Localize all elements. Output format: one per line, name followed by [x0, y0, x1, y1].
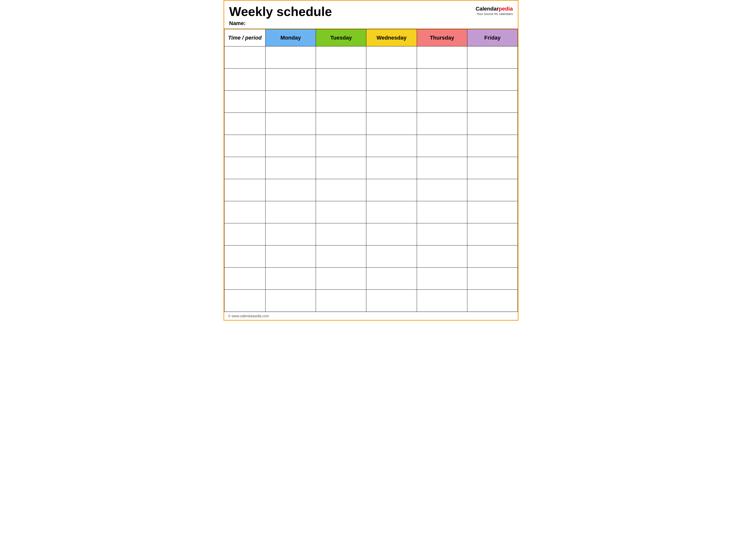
table-cell-5-0[interactable]	[224, 157, 266, 179]
table-cell-2-1[interactable]	[266, 91, 316, 113]
table-row	[224, 179, 518, 201]
table-cell-10-2[interactable]	[316, 268, 366, 290]
table-cell-0-1[interactable]	[266, 46, 316, 68]
table-cell-5-3[interactable]	[366, 157, 417, 179]
table-cell-8-1[interactable]	[266, 223, 316, 245]
logo-area: Calendarpedia Your source for calendars	[475, 5, 513, 16]
table-cell-4-3[interactable]	[366, 135, 417, 157]
table-cell-5-2[interactable]	[316, 157, 366, 179]
table-cell-3-4[interactable]	[417, 113, 467, 135]
table-cell-0-5[interactable]	[467, 46, 518, 68]
table-cell-3-2[interactable]	[316, 113, 366, 135]
table-cell-10-5[interactable]	[467, 268, 518, 290]
table-cell-8-2[interactable]	[316, 223, 366, 245]
table-cell-1-3[interactable]	[366, 68, 417, 91]
table-cell-2-3[interactable]	[366, 91, 417, 113]
table-cell-6-3[interactable]	[366, 179, 417, 201]
footer-url: © www.calendarpedia.com	[228, 314, 269, 318]
table-cell-10-1[interactable]	[266, 268, 316, 290]
table-cell-10-0[interactable]	[224, 268, 266, 290]
table-header-row: Time / period Monday Tuesday Wednesday T…	[224, 29, 518, 46]
table-cell-2-0[interactable]	[224, 91, 266, 113]
schedule-body	[224, 46, 518, 312]
table-cell-1-1[interactable]	[266, 68, 316, 91]
table-cell-9-2[interactable]	[316, 245, 366, 268]
header-left: Weekly schedule Name:	[229, 5, 332, 26]
table-cell-6-1[interactable]	[266, 179, 316, 201]
table-cell-1-2[interactable]	[316, 68, 366, 91]
table-cell-6-5[interactable]	[467, 179, 518, 201]
table-cell-11-0[interactable]	[224, 290, 266, 312]
table-cell-8-4[interactable]	[417, 223, 467, 245]
table-cell-1-0[interactable]	[224, 68, 266, 91]
logo-calendar: Calendar	[475, 6, 498, 12]
table-cell-5-4[interactable]	[417, 157, 467, 179]
table-cell-3-1[interactable]	[266, 113, 316, 135]
logo-pedia: pedia	[499, 6, 513, 12]
page-title: Weekly schedule	[229, 5, 332, 19]
table-cell-9-1[interactable]	[266, 245, 316, 268]
table-cell-10-4[interactable]	[417, 268, 467, 290]
logo-tagline: Your source for calendars	[476, 12, 513, 16]
table-cell-3-0[interactable]	[224, 113, 266, 135]
table-cell-9-3[interactable]	[366, 245, 417, 268]
table-cell-2-2[interactable]	[316, 91, 366, 113]
table-cell-9-5[interactable]	[467, 245, 518, 268]
table-cell-6-0[interactable]	[224, 179, 266, 201]
table-cell-6-4[interactable]	[417, 179, 467, 201]
table-cell-2-5[interactable]	[467, 91, 518, 113]
table-cell-0-0[interactable]	[224, 46, 266, 68]
table-cell-11-2[interactable]	[316, 290, 366, 312]
table-cell-3-5[interactable]	[467, 113, 518, 135]
table-cell-0-3[interactable]	[366, 46, 417, 68]
table-cell-7-2[interactable]	[316, 201, 366, 223]
table-row	[224, 201, 518, 223]
table-cell-5-1[interactable]	[266, 157, 316, 179]
table-cell-11-4[interactable]	[417, 290, 467, 312]
table-cell-7-5[interactable]	[467, 201, 518, 223]
page-container: Weekly schedule Name: Calendarpedia Your…	[223, 0, 519, 321]
table-cell-4-1[interactable]	[266, 135, 316, 157]
table-cell-3-3[interactable]	[366, 113, 417, 135]
table-cell-6-2[interactable]	[316, 179, 366, 201]
table-row	[224, 223, 518, 245]
table-row	[224, 157, 518, 179]
page-header: Weekly schedule Name: Calendarpedia Your…	[224, 1, 518, 29]
col-header-tuesday: Tuesday	[316, 29, 366, 46]
table-cell-5-5[interactable]	[467, 157, 518, 179]
table-cell-2-4[interactable]	[417, 91, 467, 113]
schedule-table: Time / period Monday Tuesday Wednesday T…	[224, 29, 518, 312]
table-cell-11-5[interactable]	[467, 290, 518, 312]
table-cell-0-2[interactable]	[316, 46, 366, 68]
table-cell-9-0[interactable]	[224, 245, 266, 268]
table-cell-0-4[interactable]	[417, 46, 467, 68]
table-cell-7-1[interactable]	[266, 201, 316, 223]
table-cell-1-5[interactable]	[467, 68, 518, 91]
table-cell-8-0[interactable]	[224, 223, 266, 245]
table-cell-4-2[interactable]	[316, 135, 366, 157]
col-header-thursday: Thursday	[417, 29, 467, 46]
table-cell-7-4[interactable]	[417, 201, 467, 223]
table-row	[224, 290, 518, 312]
table-cell-8-3[interactable]	[366, 223, 417, 245]
table-cell-8-5[interactable]	[467, 223, 518, 245]
table-cell-11-1[interactable]	[266, 290, 316, 312]
table-row	[224, 68, 518, 91]
table-row	[224, 268, 518, 290]
table-row	[224, 113, 518, 135]
logo-text: Calendarpedia	[475, 6, 513, 12]
table-cell-11-3[interactable]	[366, 290, 417, 312]
table-cell-4-0[interactable]	[224, 135, 266, 157]
col-header-monday: Monday	[266, 29, 316, 46]
table-cell-7-0[interactable]	[224, 201, 266, 223]
table-cell-9-4[interactable]	[417, 245, 467, 268]
table-row	[224, 91, 518, 113]
col-header-time: Time / period	[224, 29, 266, 46]
table-cell-4-4[interactable]	[417, 135, 467, 157]
table-row	[224, 46, 518, 68]
table-cell-4-5[interactable]	[467, 135, 518, 157]
table-cell-10-3[interactable]	[366, 268, 417, 290]
table-cell-7-3[interactable]	[366, 201, 417, 223]
table-cell-1-4[interactable]	[417, 68, 467, 91]
page-footer: © www.calendarpedia.com	[224, 312, 518, 320]
